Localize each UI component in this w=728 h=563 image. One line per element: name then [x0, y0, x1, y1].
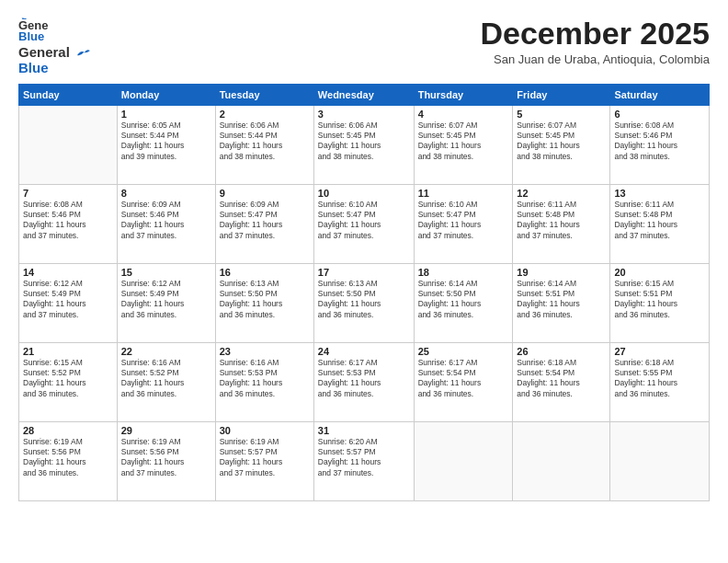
calendar-cell: 9Sunrise: 6:09 AM Sunset: 5:47 PM Daylig…: [215, 184, 313, 263]
day-number: 12: [517, 188, 606, 199]
location: San Juan de Uraba, Antioquia, Colombia: [480, 52, 710, 66]
day-info: Sunrise: 6:15 AM Sunset: 5:51 PM Dayligh…: [614, 279, 705, 321]
page: General Blue General Blue December 2025 …: [0, 0, 728, 563]
day-number: 18: [418, 267, 509, 278]
calendar-cell: 30Sunrise: 6:19 AM Sunset: 5:57 PM Dayli…: [215, 421, 313, 500]
calendar-cell: 7Sunrise: 6:08 AM Sunset: 5:46 PM Daylig…: [19, 184, 118, 263]
day-number: 27: [614, 346, 705, 357]
week-row-1: 7Sunrise: 6:08 AM Sunset: 5:46 PM Daylig…: [19, 184, 710, 263]
day-number: 4: [418, 109, 509, 120]
day-header-wednesday: Wednesday: [313, 84, 414, 105]
calendar-cell: 29Sunrise: 6:19 AM Sunset: 5:56 PM Dayli…: [117, 421, 215, 500]
day-number: 2: [220, 109, 310, 120]
calendar-cell: 26Sunrise: 6:18 AM Sunset: 5:54 PM Dayli…: [513, 342, 610, 421]
day-number: 24: [318, 346, 410, 357]
calendar-cell: 5Sunrise: 6:07 AM Sunset: 5:45 PM Daylig…: [513, 105, 610, 184]
day-info: Sunrise: 6:08 AM Sunset: 5:46 PM Dayligh…: [23, 200, 113, 242]
week-row-2: 14Sunrise: 6:12 AM Sunset: 5:49 PM Dayli…: [19, 263, 710, 342]
calendar-cell: 10Sunrise: 6:10 AM Sunset: 5:47 PM Dayli…: [313, 184, 414, 263]
calendar-cell: 14Sunrise: 6:12 AM Sunset: 5:49 PM Dayli…: [19, 263, 118, 342]
day-info: Sunrise: 6:16 AM Sunset: 5:52 PM Dayligh…: [121, 358, 211, 400]
day-info: Sunrise: 6:13 AM Sunset: 5:50 PM Dayligh…: [318, 279, 410, 321]
week-row-3: 21Sunrise: 6:15 AM Sunset: 5:52 PM Dayli…: [19, 342, 710, 421]
day-number: 3: [318, 109, 410, 120]
calendar-cell: [19, 105, 118, 184]
day-number: 6: [614, 109, 705, 120]
day-header-thursday: Thursday: [414, 84, 513, 105]
day-info: Sunrise: 6:10 AM Sunset: 5:47 PM Dayligh…: [418, 200, 509, 242]
day-number: 14: [23, 267, 113, 278]
day-info: Sunrise: 6:17 AM Sunset: 5:53 PM Dayligh…: [318, 358, 410, 400]
calendar-cell: 13Sunrise: 6:11 AM Sunset: 5:48 PM Dayli…: [610, 184, 710, 263]
calendar-cell: 31Sunrise: 6:20 AM Sunset: 5:57 PM Dayli…: [313, 421, 414, 500]
day-header-monday: Monday: [117, 84, 215, 105]
day-number: 19: [517, 267, 606, 278]
calendar-cell: 2Sunrise: 6:06 AM Sunset: 5:44 PM Daylig…: [215, 105, 313, 184]
day-info: Sunrise: 6:05 AM Sunset: 5:44 PM Dayligh…: [121, 121, 211, 163]
day-info: Sunrise: 6:18 AM Sunset: 5:55 PM Dayligh…: [614, 358, 705, 400]
week-row-4: 28Sunrise: 6:19 AM Sunset: 5:56 PM Dayli…: [19, 421, 710, 500]
day-info: Sunrise: 6:14 AM Sunset: 5:51 PM Dayligh…: [517, 279, 606, 321]
calendar-header-row: SundayMondayTuesdayWednesdayThursdayFrid…: [19, 84, 710, 105]
calendar-cell: 3Sunrise: 6:06 AM Sunset: 5:45 PM Daylig…: [313, 105, 414, 184]
day-info: Sunrise: 6:12 AM Sunset: 5:49 PM Dayligh…: [121, 279, 211, 321]
day-number: 22: [121, 346, 211, 357]
day-number: 28: [23, 425, 113, 436]
calendar-cell: 4Sunrise: 6:07 AM Sunset: 5:45 PM Daylig…: [414, 105, 513, 184]
day-header-saturday: Saturday: [610, 84, 710, 105]
day-info: Sunrise: 6:07 AM Sunset: 5:45 PM Dayligh…: [517, 121, 606, 163]
calendar-cell: [414, 421, 513, 500]
calendar-cell: 24Sunrise: 6:17 AM Sunset: 5:53 PM Dayli…: [313, 342, 414, 421]
logo-general: General: [18, 44, 92, 60]
logo: General Blue General Blue: [18, 17, 92, 76]
day-number: 15: [121, 267, 211, 278]
calendar-cell: 20Sunrise: 6:15 AM Sunset: 5:51 PM Dayli…: [610, 263, 710, 342]
day-info: Sunrise: 6:16 AM Sunset: 5:53 PM Dayligh…: [220, 358, 310, 400]
day-info: Sunrise: 6:07 AM Sunset: 5:45 PM Dayligh…: [418, 121, 509, 163]
calendar-cell: 25Sunrise: 6:17 AM Sunset: 5:54 PM Dayli…: [414, 342, 513, 421]
calendar-cell: 27Sunrise: 6:18 AM Sunset: 5:55 PM Dayli…: [610, 342, 710, 421]
day-info: Sunrise: 6:06 AM Sunset: 5:44 PM Dayligh…: [220, 121, 310, 163]
month-title: December 2025: [480, 17, 710, 51]
day-number: 8: [121, 188, 211, 199]
day-header-friday: Friday: [513, 84, 610, 105]
day-number: 25: [418, 346, 509, 357]
svg-text:Blue: Blue: [18, 29, 44, 42]
day-header-tuesday: Tuesday: [215, 84, 313, 105]
calendar-body: 1Sunrise: 6:05 AM Sunset: 5:44 PM Daylig…: [19, 105, 710, 500]
day-number: 10: [318, 188, 410, 199]
day-number: 20: [614, 267, 705, 278]
day-info: Sunrise: 6:19 AM Sunset: 5:57 PM Dayligh…: [220, 437, 310, 479]
calendar-cell: 6Sunrise: 6:08 AM Sunset: 5:46 PM Daylig…: [610, 105, 710, 184]
calendar-cell: 17Sunrise: 6:13 AM Sunset: 5:50 PM Dayli…: [313, 263, 414, 342]
calendar-table: SundayMondayTuesdayWednesdayThursdayFrid…: [18, 84, 710, 501]
day-number: 26: [517, 346, 606, 357]
day-info: Sunrise: 6:19 AM Sunset: 5:56 PM Dayligh…: [121, 437, 211, 479]
day-info: Sunrise: 6:17 AM Sunset: 5:54 PM Dayligh…: [418, 358, 509, 400]
day-info: Sunrise: 6:09 AM Sunset: 5:46 PM Dayligh…: [121, 200, 211, 242]
day-info: Sunrise: 6:11 AM Sunset: 5:48 PM Dayligh…: [517, 200, 606, 242]
week-row-0: 1Sunrise: 6:05 AM Sunset: 5:44 PM Daylig…: [19, 105, 710, 184]
calendar-cell: 8Sunrise: 6:09 AM Sunset: 5:46 PM Daylig…: [117, 184, 215, 263]
calendar-cell: 18Sunrise: 6:14 AM Sunset: 5:50 PM Dayli…: [414, 263, 513, 342]
calendar-cell: 11Sunrise: 6:10 AM Sunset: 5:47 PM Dayli…: [414, 184, 513, 263]
day-info: Sunrise: 6:10 AM Sunset: 5:47 PM Dayligh…: [318, 200, 410, 242]
logo-icon: General Blue: [18, 17, 48, 42]
day-number: 11: [418, 188, 509, 199]
calendar-cell: 21Sunrise: 6:15 AM Sunset: 5:52 PM Dayli…: [19, 342, 118, 421]
day-number: 16: [220, 267, 310, 278]
calendar-cell: 23Sunrise: 6:16 AM Sunset: 5:53 PM Dayli…: [215, 342, 313, 421]
day-info: Sunrise: 6:08 AM Sunset: 5:46 PM Dayligh…: [614, 121, 705, 163]
calendar-cell: [610, 421, 710, 500]
day-number: 29: [121, 425, 211, 436]
day-number: 23: [220, 346, 310, 357]
day-number: 5: [517, 109, 606, 120]
calendar-cell: 12Sunrise: 6:11 AM Sunset: 5:48 PM Dayli…: [513, 184, 610, 263]
calendar-cell: 22Sunrise: 6:16 AM Sunset: 5:52 PM Dayli…: [117, 342, 215, 421]
calendar-cell: [513, 421, 610, 500]
header: General Blue General Blue December 2025 …: [18, 17, 710, 76]
day-number: 30: [220, 425, 310, 436]
day-info: Sunrise: 6:09 AM Sunset: 5:47 PM Dayligh…: [220, 200, 310, 242]
day-number: 7: [23, 188, 113, 199]
calendar-cell: 19Sunrise: 6:14 AM Sunset: 5:51 PM Dayli…: [513, 263, 610, 342]
